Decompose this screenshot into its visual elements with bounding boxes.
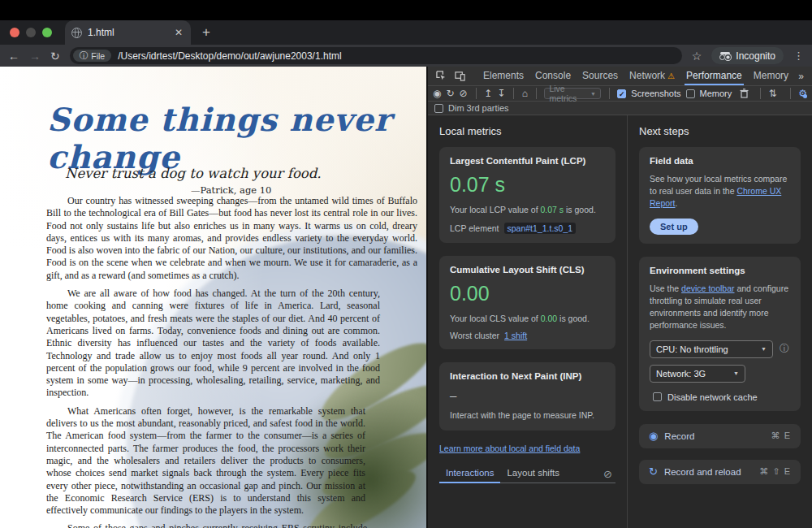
live-metrics-dropdown[interactable]: Live metrics ▼ [544,88,600,99]
upload-profile-icon[interactable]: ↥ [484,89,492,98]
field-data-title: Field data [650,156,790,166]
record-shortcut: ⌘ E [771,431,791,441]
close-window-button[interactable] [10,28,19,37]
url-box[interactable]: ⓘ File /Users/idrtest/Desktop/demo/out/a… [70,47,682,64]
webpage-viewport: Some things never change Never trust a d… [0,67,426,528]
reload-icon[interactable]: ↻ [50,50,60,62]
record-reload-icon: ↻ [649,465,658,478]
download-profile-icon[interactable]: ↧ [497,89,505,98]
home-icon[interactable]: ⌂ [522,89,528,98]
content-area: Some things never change Never trust a d… [0,67,812,528]
next-steps-column: Next steps Field data See how your local… [628,115,812,528]
tab-elements[interactable]: Elements [478,67,529,84]
dim-3rd-parties-checkbox[interactable] [434,104,443,113]
record-reload-icon[interactable]: ↻ [446,89,454,98]
article-body: Our country has witnessed sweeping chang… [46,195,417,528]
dim-row: Dim 3rd parties [428,102,812,115]
chevron-down-icon: ▼ [590,91,596,97]
browser-tab[interactable]: 1.html ✕ [65,20,191,45]
incognito-icon [719,52,731,60]
cpu-row: CPU: No throttling ▼ ⓘ [650,340,790,365]
zoom-window-button[interactable] [42,28,52,37]
network-warning-icon: ⚠ [667,71,675,80]
record-label: Record [664,431,764,441]
log-tabs: Interactions Layout shifts ⊘ [439,465,615,483]
devtools-tab-bar: Elements Console Sources Network⚠ Perfor… [428,67,812,86]
cls-worst-row: Worst cluster 1 shift [450,331,605,340]
inspect-element-icon[interactable] [433,71,450,81]
set-up-button[interactable]: Set up [650,219,698,235]
live-metrics-label: Live metrics [549,84,586,103]
paragraph: Some of those gaps and pinches currently… [46,522,367,528]
url-text[interactable]: /Users/idrtest/Desktop/demo/out/awjune20… [118,50,341,62]
bookmark-star-icon[interactable]: ☆ [692,50,702,63]
browser-address-bar: ← → ↻ ⓘ File /Users/idrtest/Desktop/demo… [0,45,812,67]
learn-more-link[interactable]: Learn more about local and field data [439,444,615,453]
tab-interactions[interactable]: Interactions [439,465,500,483]
record-and-reload-button[interactable]: ↻ Record and reload ⌘ ⇧ E [639,460,801,484]
split-view-icon[interactable]: ⇅ [769,89,777,98]
new-tab-button[interactable]: + [202,24,210,41]
chevron-down-icon: ▼ [733,370,739,376]
paragraph: Our country has witnessed sweeping chang… [46,195,417,282]
worst-cluster-link[interactable]: 1 shift [504,331,527,340]
record-button[interactable]: ◉ Record ⌘ E [639,424,801,448]
cpu-throttling-select[interactable]: CPU: No throttling ▼ [650,340,773,358]
lcp-value: 0.07 s [450,173,605,197]
tab-console[interactable]: Console [530,67,576,84]
tab-close-icon[interactable]: ✕ [173,27,184,38]
screenshots-label: Screenshots [631,89,680,98]
dim-3rd-parties-label: Dim 3rd parties [448,103,509,113]
memory-checkbox[interactable] [686,89,695,98]
minimize-window-button[interactable] [26,28,36,37]
macos-menubar [0,0,812,20]
browser-menu-icon[interactable]: ⋮ [793,50,804,62]
capture-settings-gear-icon[interactable]: ⚙ [798,89,807,98]
forward-icon[interactable]: → [29,50,41,62]
live-metrics-view: Local metrics Largest Contentful Paint (… [428,115,812,528]
incognito-label: Incognito [736,50,775,62]
disable-cache-checkbox[interactable] [653,392,662,401]
disable-cache-label: Disable network cache [667,392,758,402]
tab-performance[interactable]: Performance [681,67,747,84]
devtools-panel: Elements Console Sources Network⚠ Perfor… [426,67,812,528]
more-tabs-icon[interactable]: » [795,71,807,81]
inp-value: – [450,388,605,402]
clear-log-icon[interactable]: ⊘ [603,468,615,480]
cls-value: 0.00 [450,282,605,305]
cls-description: Your local CLS value of 0.00 is good. [450,313,605,325]
tab-sources[interactable]: Sources [577,67,623,84]
tab-title: 1.html [88,27,167,38]
field-data-card: Field data See how your local metrics co… [639,147,801,244]
lcp-description: Your local LCP value of 0.07 s is good. [450,204,605,216]
tab-memory[interactable]: Memory [749,67,793,84]
lcp-element-label: LCP element [450,223,499,233]
window-controls [0,28,60,37]
file-scheme-chip[interactable]: ⓘ File [73,50,111,62]
record-reload-shortcut: ⌘ ⇧ E [759,466,791,477]
record-icon: ◉ [649,430,658,442]
device-toolbar-icon[interactable] [451,71,469,81]
screenshots-checkbox[interactable]: ✓ [617,89,626,98]
article-title: Some things never change [47,101,404,175]
chevron-down-icon: ▼ [761,346,767,352]
performance-toolbar: ◉ ↻ ⊘ ↥ ↧ ⌂ Live metrics ▼ ✓ Screenshots… [428,86,812,102]
tab-layout-shifts[interactable]: Layout shifts [500,465,566,483]
cpu-info-icon[interactable]: ⓘ [780,342,789,356]
incognito-badge: Incognito [711,47,784,64]
back-icon[interactable]: ← [8,50,19,62]
lcp-element-link[interactable]: span#t1_1.t.s0_1 [504,223,577,234]
field-data-body: See how your local metrics compare to re… [650,173,790,210]
device-toolbar-link[interactable]: device toolbar [681,283,734,293]
network-throttling-select[interactable]: Network: 3G ▼ [650,365,745,383]
epigraph-attribution: —Patrick, age 10 [191,184,322,196]
memory-label: Memory [700,89,732,98]
inp-description: Interact with the page to measure INP. [450,409,605,422]
clear-icon[interactable]: ⊘ [460,89,468,98]
epigraph: Never trust a dog to watch your food. —P… [65,166,322,196]
collect-garbage-icon[interactable] [736,89,752,98]
record-icon[interactable]: ◉ [433,89,441,98]
file-chip-label: File [91,51,105,61]
tab-network[interactable]: Network⚠ [624,67,680,84]
globe-favicon [71,28,82,38]
